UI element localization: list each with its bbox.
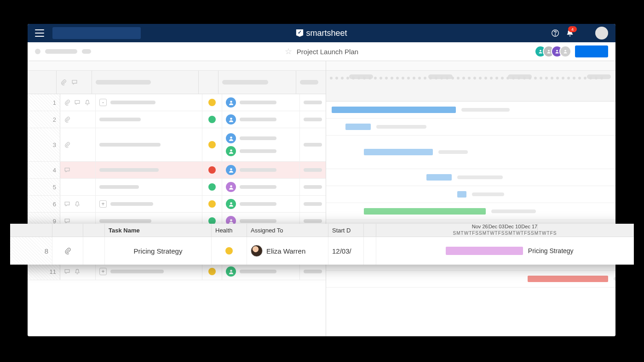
column-task-name: Task Name	[105, 224, 212, 237]
gantt-panel	[326, 61, 615, 336]
document-title: Project Launch Plan	[297, 48, 358, 56]
document-titlebar: ☆ Project Launch Plan	[28, 42, 615, 61]
svg-point-6	[230, 101, 232, 103]
brand-logo: smartsheet	[296, 28, 347, 38]
gantt-row[interactable]	[326, 102, 615, 119]
svg-point-16	[230, 270, 232, 272]
grid-panel: 1-23456+91011+	[28, 61, 326, 336]
svg-point-2	[540, 50, 541, 51]
assignee-avatar	[251, 245, 263, 257]
notification-badge: 4	[568, 26, 577, 32]
grid-row[interactable]: 3	[28, 128, 326, 162]
collaborator-avatars[interactable]	[538, 45, 571, 57]
svg-point-3	[548, 50, 550, 51]
grid-row[interactable]: 6+	[28, 196, 326, 213]
assigned-cell[interactable]: Eliza Warren	[247, 237, 328, 265]
breadcrumb	[35, 49, 91, 54]
svg-point-5	[564, 50, 566, 51]
attachment-icon[interactable]	[64, 247, 71, 255]
gantt-bar[interactable]	[446, 247, 523, 255]
help-icon[interactable]	[551, 29, 559, 37]
grid-row[interactable]: 2	[28, 111, 326, 128]
gantt-row[interactable]	[326, 169, 615, 186]
gantt-row[interactable]	[326, 203, 615, 220]
app-window: smartsheet 4 ☆ Project Launch Plan	[28, 24, 615, 336]
svg-point-9	[230, 149, 232, 152]
column-assigned: Assigned To	[247, 224, 328, 237]
attachment-icon	[60, 79, 67, 85]
svg-point-8	[230, 136, 232, 139]
menu-icon[interactable]	[35, 29, 44, 37]
apps-icon[interactable]	[581, 29, 589, 37]
svg-point-13	[230, 219, 232, 221]
row-number: 8	[10, 237, 52, 265]
svg-point-10	[230, 168, 232, 170]
grid-row[interactable]: 5	[28, 179, 326, 196]
task-name-cell[interactable]: Pricing Strategy	[105, 237, 212, 265]
svg-point-7	[230, 118, 232, 120]
toolbar	[28, 61, 326, 71]
global-header: smartsheet 4	[28, 24, 615, 42]
column-start: Start D	[328, 224, 364, 237]
gantt-bar-label: Pricing Strategy	[528, 247, 574, 255]
grid-row[interactable]: 11+	[28, 263, 326, 280]
favorite-icon[interactable]: ☆	[285, 46, 292, 57]
column-health: Health	[212, 224, 247, 237]
gantt-row[interactable]	[326, 186, 615, 203]
health-indicator	[225, 247, 233, 255]
comment-icon	[71, 79, 78, 85]
user-avatar[interactable]	[595, 27, 608, 40]
gantt-row[interactable]: Pricing Strategy	[376, 237, 634, 265]
focused-row: Task Name Health Assigned To Start D Nov…	[10, 224, 634, 265]
grid-row[interactable]: 4	[28, 162, 326, 179]
notifications-button[interactable]: 4	[566, 29, 574, 37]
search-input[interactable]	[52, 27, 141, 39]
grid-row[interactable]: 1-	[28, 94, 326, 111]
svg-point-1	[555, 35, 555, 35]
share-button[interactable]	[575, 45, 608, 57]
gantt-row[interactable]	[326, 119, 615, 136]
gantt-row[interactable]	[326, 136, 615, 169]
gantt-row[interactable]	[326, 271, 615, 288]
start-date-cell[interactable]: 12/03/	[328, 237, 364, 265]
svg-point-11	[230, 185, 232, 187]
svg-point-12	[230, 202, 232, 204]
svg-point-4	[556, 50, 558, 51]
